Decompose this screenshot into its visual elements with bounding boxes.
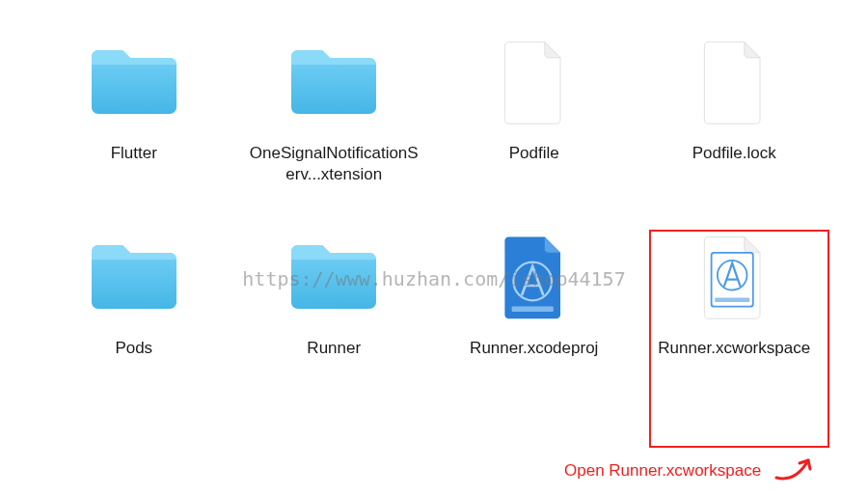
item-label: Runner.xcworkspace [658, 338, 810, 359]
item-label: Podfile.lock [692, 143, 776, 164]
item-label: Flutter [111, 143, 157, 164]
annotation-arrow-icon [772, 449, 820, 487]
file-item-flutter[interactable]: Flutter [48, 29, 220, 185]
file-blank-icon [681, 29, 787, 135]
file-item-runner[interactable]: Runner [249, 224, 420, 359]
file-item-xcworkspace[interactable]: Runner.xcworkspace [649, 224, 821, 359]
folder-icon [81, 224, 187, 330]
folder-icon [81, 29, 187, 135]
svg-rect-1 [511, 307, 553, 312]
item-label: Runner [307, 338, 361, 359]
file-item-xcodeproj[interactable]: Runner.xcodeproj [448, 224, 620, 359]
item-label: OneSignalNotificationServ...xtension [249, 143, 420, 185]
item-label: Runner.xcodeproj [470, 338, 598, 359]
folder-icon [281, 224, 387, 330]
svg-rect-4 [715, 298, 749, 303]
xcodeproj-icon [481, 224, 587, 330]
file-blank-icon [481, 29, 587, 135]
file-item-pods[interactable]: Pods [48, 224, 220, 359]
xcworkspace-icon [681, 224, 787, 330]
file-item-onesignal[interactable]: OneSignalNotificationServ...xtension [249, 29, 420, 185]
file-grid: Flutter OneSignalNotificationServ...xten… [48, 29, 820, 359]
file-item-podfile-lock[interactable]: Podfile.lock [649, 29, 821, 185]
item-label: Podfile [509, 143, 559, 164]
item-label: Pods [115, 338, 152, 359]
folder-icon [281, 29, 387, 135]
annotation-text: Open Runner.xcworkspace [564, 461, 761, 481]
file-item-podfile[interactable]: Podfile [448, 29, 620, 185]
